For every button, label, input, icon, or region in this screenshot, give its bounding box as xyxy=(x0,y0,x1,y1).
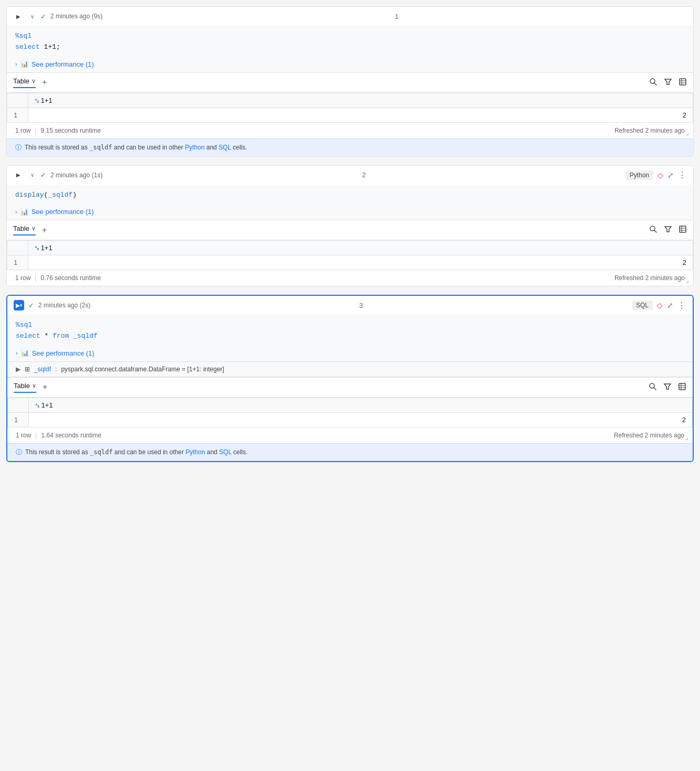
cell-2: ▶∨✓2 minutes ago (1s)2Python◇⤢⋮display(_… xyxy=(6,165,694,287)
table-tab[interactable]: Table ∨ xyxy=(13,224,36,235)
play-button[interactable]: ▶ xyxy=(13,170,24,180)
layout-icon[interactable] xyxy=(678,382,686,392)
column-header[interactable]: ⁴₃ 1+1 xyxy=(28,241,693,255)
col-header-label: 1+1 xyxy=(41,97,52,104)
cell-3: ▶▾✓2 minutes ago (2s)3SQL◇⤢⋮%sqlselect *… xyxy=(6,295,694,462)
play-button[interactable]: ▶ xyxy=(13,11,24,22)
table-section: Table ∨ +⁴₃ 1+112 1 row | 1.64 seconds r… xyxy=(7,377,693,443)
refreshed-time: Refreshed 2 minutes ago xyxy=(614,127,685,134)
cell-1: ▶∨✓2 minutes ago (9s)1%sqlselect 1+1; › … xyxy=(6,6,694,157)
sql-link[interactable]: SQL xyxy=(219,448,232,456)
status-check-icon: ✓ xyxy=(40,13,46,20)
table-tab-bar: Table ∨ + xyxy=(7,378,693,398)
info-text: This result is stored as _sqldf and can … xyxy=(25,448,248,456)
cell-number: 1 xyxy=(107,13,687,20)
table-footer: 1 row | 9.15 seconds runtime Refreshed 2… xyxy=(7,123,693,138)
search-icon[interactable] xyxy=(649,382,657,392)
table-tab[interactable]: Table ∨ xyxy=(14,382,36,393)
resize-handle[interactable]: ⌟ xyxy=(685,434,688,441)
row-count: 1 row xyxy=(15,274,30,282)
add-visualization-button[interactable]: + xyxy=(43,382,47,392)
table-footer: 1 row | 0.76 seconds runtime Refreshed 2… xyxy=(7,270,693,286)
cell-number: 2 xyxy=(107,171,621,179)
cell-time: 2 minutes ago (2s) xyxy=(38,302,90,309)
ai-icon[interactable]: ◇ xyxy=(657,301,663,309)
chevron-down-icon: ▾ xyxy=(20,303,23,308)
add-visualization-button[interactable]: + xyxy=(42,78,47,87)
table-toolbar xyxy=(649,225,687,235)
variable-colon: : xyxy=(55,366,57,373)
code-keyword: %sql xyxy=(15,32,31,40)
cell-time: 2 minutes ago (9s) xyxy=(50,13,102,20)
see-performance-label: See performance (1) xyxy=(31,60,94,68)
var-expand-icon[interactable]: ▶ xyxy=(16,366,20,373)
layout-icon[interactable] xyxy=(678,225,687,235)
collapse-chevron[interactable]: ∨ xyxy=(28,171,36,179)
see-performance-link[interactable]: › 📊 See performance (1) xyxy=(7,206,693,220)
see-performance-link[interactable]: › 📊 See performance (1) xyxy=(7,58,693,72)
table-container: ⁴₃ 1+112 xyxy=(7,93,693,123)
runtime: 1.64 seconds runtime xyxy=(41,432,101,439)
cell-header-1: ▶∨✓2 minutes ago (9s)1 xyxy=(7,7,693,26)
svg-line-8 xyxy=(654,230,656,232)
run-button[interactable]: ▶▾ xyxy=(14,300,24,310)
expand-icon[interactable]: ⤢ xyxy=(667,171,674,179)
filter-icon[interactable] xyxy=(664,78,672,88)
table-row: 12 xyxy=(7,255,693,270)
python-link[interactable]: Python xyxy=(186,448,205,456)
filter-icon[interactable] xyxy=(664,225,672,235)
resize-handle[interactable]: ⌟ xyxy=(686,276,689,284)
table-toolbar xyxy=(649,78,687,88)
svg-rect-17 xyxy=(679,383,685,390)
table-row: 12 xyxy=(8,412,693,427)
col-type-icon: ⁴₃ xyxy=(35,402,39,409)
info-icon: ⓘ xyxy=(16,448,22,457)
row-count: 1 row xyxy=(16,432,31,439)
svg-marker-2 xyxy=(665,79,671,84)
expand-arrow: › xyxy=(16,350,18,356)
bar-chart-icon: 📊 xyxy=(20,60,28,68)
column-header[interactable]: ⁴₃ 1+1 xyxy=(28,93,693,108)
play-icon: ▶ xyxy=(16,172,20,178)
code-line: select * from _sqldf xyxy=(16,331,684,342)
python-link[interactable]: Python xyxy=(185,144,205,151)
code-editor[interactable]: %sqlselect * from _sqldf xyxy=(7,315,693,347)
more-options-icon[interactable]: ⋮ xyxy=(677,301,686,310)
resize-handle[interactable]: ⌟ xyxy=(686,129,689,136)
bar-chart-icon: 📊 xyxy=(21,349,29,357)
code-line: %sql xyxy=(16,320,684,331)
more-options-icon[interactable]: ⋮ xyxy=(678,170,687,180)
search-icon[interactable] xyxy=(649,78,657,88)
code-keyword: select xyxy=(15,43,44,51)
filter-icon[interactable] xyxy=(663,382,672,392)
table-tab[interactable]: Table ∨ xyxy=(13,77,36,88)
col-type-icon: ⁴₃ xyxy=(35,245,39,251)
cell-value: 2 xyxy=(28,255,693,270)
sql-link[interactable]: SQL xyxy=(219,144,231,151)
separator: | xyxy=(35,127,36,134)
code-editor[interactable]: display(_sqldf) xyxy=(7,185,693,206)
bar-chart-icon: 📊 xyxy=(20,208,28,216)
table-container: ⁴₃ 1+112 xyxy=(7,240,693,270)
code-editor[interactable]: %sqlselect 1+1; xyxy=(7,26,693,58)
search-icon[interactable] xyxy=(649,225,657,235)
svg-marker-9 xyxy=(665,227,671,232)
see-performance-link[interactable]: › 📊 See performance (1) xyxy=(7,347,693,361)
table-tab-bar: Table ∨ + xyxy=(7,73,693,93)
code-keyword: %sql xyxy=(16,321,32,329)
layout-icon[interactable] xyxy=(678,78,687,88)
cell-language-badge: SQL xyxy=(632,301,653,310)
cell-language-badge: Python xyxy=(625,170,653,180)
row-number-header xyxy=(7,241,28,255)
column-header[interactable]: ⁴₃ 1+1 xyxy=(29,398,693,412)
data-table: ⁴₃ 1+112 xyxy=(7,93,693,123)
play-icon: ▶ xyxy=(16,302,20,309)
table-tab-chevron: ∨ xyxy=(32,382,36,389)
add-visualization-button[interactable]: + xyxy=(42,226,47,235)
svg-rect-3 xyxy=(680,79,686,85)
ai-icon[interactable]: ◇ xyxy=(657,171,663,179)
table-stats: 1 row | 9.15 seconds runtime xyxy=(15,127,101,134)
expand-icon[interactable]: ⤢ xyxy=(667,301,673,309)
row-number: 1 xyxy=(8,412,29,427)
collapse-chevron[interactable]: ∨ xyxy=(28,12,36,20)
